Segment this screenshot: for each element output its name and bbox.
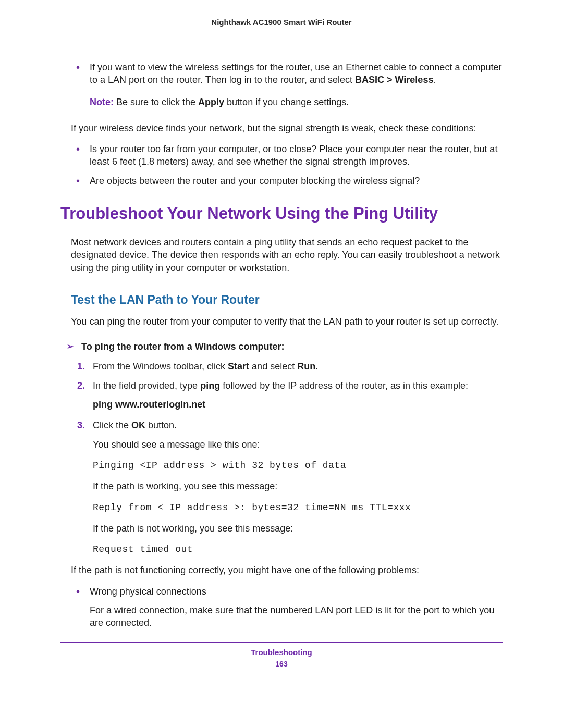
document-footer: Troubleshooting 163 (60, 648, 503, 668)
footer-page-number: 163 (60, 660, 503, 668)
step1-pre: From the Windows toolbar, click (93, 361, 228, 372)
step3-post: button. (145, 420, 177, 430)
note-pre: Be sure to click the (114, 97, 198, 107)
step2-post: followed by the IP address of the router… (220, 380, 468, 391)
problem-bullet-title: Wrong physical connections (90, 585, 503, 598)
step1-b2: Run (297, 361, 315, 372)
note-line: Note: Be sure to click the Apply button … (60, 96, 503, 108)
not-functioning-text: If the path is not functioning correctly… (60, 564, 503, 576)
document-page: Nighthawk AC1900 Smart WiFi Router If yo… (0, 0, 563, 728)
section-heading: Troubleshoot Your Network Using the Ping… (60, 203, 503, 225)
list-item: Are objects between the router and your … (60, 175, 503, 187)
step-list-cont: Click the OK button. (60, 419, 503, 431)
problem-bullet-detail: For a wired connection, make sure that t… (90, 604, 503, 630)
footer-divider (60, 642, 503, 643)
step-list: From the Windows toolbar, click Start an… (60, 360, 503, 392)
intro-bullet-item: If you want to view the wireless setting… (60, 61, 503, 87)
step2-pre: In the field provided, type (93, 380, 200, 391)
step1-post: . (315, 361, 318, 372)
document-header: Nighthawk AC1900 Smart WiFi Router (60, 18, 503, 27)
step1-b1: Start (228, 361, 249, 372)
list-item: Is your router too far from your compute… (60, 143, 503, 168)
intro-bullet-bold: BASIC > Wireless (355, 75, 433, 85)
after-ok-text: You should see a message like this one: (60, 438, 503, 451)
weak-signal-intro: If your wireless device finds your netwo… (60, 122, 503, 134)
path-working-text: If the path is working, you see this mes… (60, 480, 503, 492)
footer-section-title: Troubleshooting (60, 648, 503, 657)
note-bold: Apply (198, 97, 224, 107)
path-not-working-text: If the path is not working, you see this… (60, 522, 503, 535)
note-label: Note: (90, 97, 114, 107)
step-item: Click the OK button. (60, 419, 503, 431)
step-item: In the field provided, type ping followe… (60, 379, 503, 392)
signal-bullet-list: Is your router too far from your compute… (60, 143, 503, 187)
step3-b1: OK (131, 420, 145, 430)
list-item: Wrong physical connections For a wired c… (60, 585, 503, 630)
step3-pre: Click the (93, 420, 131, 430)
intro-bullet-text-pre: If you want to view the wireless setting… (90, 62, 501, 85)
document-content: If you want to view the wireless setting… (60, 61, 503, 630)
step2-b1: ping (200, 380, 220, 391)
mono-output-3: Request timed out (60, 543, 503, 556)
mono-output-1: Pinging <IP address > with 32 bytes of d… (60, 459, 503, 472)
mono-output-2: Reply from < IP address >: bytes=32 time… (60, 501, 503, 514)
subsection-body: You can ping the router from your comput… (60, 315, 503, 328)
task-heading: To ping the router from a Windows comput… (60, 340, 503, 353)
step1-mid: and select (249, 361, 297, 372)
step-item: From the Windows toolbar, click Start an… (60, 360, 503, 373)
problem-bullet-list: Wrong physical connections For a wired c… (60, 585, 503, 630)
intro-bullet-text-post: . (433, 75, 436, 85)
note-post: button if you change settings. (224, 97, 349, 107)
section-body: Most network devices and routers contain… (60, 236, 503, 274)
ping-command: ping www.routerlogin.net (60, 398, 503, 411)
subsection-heading: Test the LAN Path to Your Router (60, 292, 503, 308)
intro-bullet-list: If you want to view the wireless setting… (60, 61, 503, 87)
